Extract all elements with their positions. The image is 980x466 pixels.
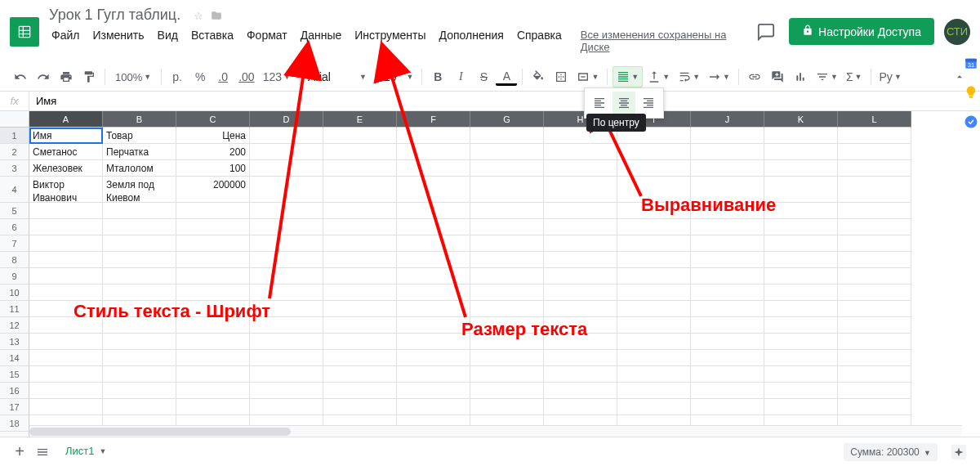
document-title[interactable]: Урок 1 Гугл таблиц. [46, 5, 184, 25]
cell-J8[interactable] [691, 252, 764, 268]
cell-A17[interactable] [29, 399, 103, 415]
cell-C15[interactable] [176, 366, 250, 383]
cell-J7[interactable] [691, 235, 764, 252]
vertical-align-button[interactable]: ▼ [644, 66, 673, 87]
cell-E16[interactable] [323, 383, 397, 399]
italic-button[interactable]: I [450, 66, 471, 87]
avatar[interactable]: СТИ [944, 19, 970, 45]
cell-I2[interactable] [617, 144, 691, 160]
font-size-select[interactable]: 10▼ [381, 66, 417, 87]
align-center-option[interactable] [612, 92, 635, 114]
cell-L17[interactable] [838, 399, 911, 415]
functions-button[interactable]: Σ▼ [843, 66, 866, 87]
cell-L15[interactable] [838, 366, 911, 383]
cell-D9[interactable] [250, 268, 323, 285]
cell-B1[interactable]: Товар [103, 128, 176, 144]
menu-file[interactable]: Файл [46, 25, 85, 56]
cell-A13[interactable] [29, 334, 103, 350]
cell-C1[interactable]: Цена [176, 128, 250, 144]
row-header-17[interactable]: 17 [0, 399, 29, 415]
sheets-logo[interactable] [10, 17, 39, 47]
cell-J12[interactable] [691, 317, 764, 334]
cell-D4[interactable] [250, 177, 323, 203]
cell-C13[interactable] [176, 334, 250, 350]
add-sheet-button[interactable]: + [8, 441, 31, 464]
cell-L5[interactable] [838, 203, 911, 219]
cell-F12[interactable] [397, 317, 470, 334]
cell-L14[interactable] [838, 350, 911, 366]
cell-I3[interactable] [617, 160, 691, 177]
keep-icon[interactable] [964, 85, 978, 100]
cell-B16[interactable] [103, 383, 176, 399]
cell-H14[interactable] [544, 350, 617, 366]
cell-L2[interactable] [838, 144, 911, 160]
column-header-L[interactable]: L [838, 111, 911, 128]
cell-B15[interactable] [103, 366, 176, 383]
select-all-corner[interactable] [0, 111, 29, 128]
column-header-K[interactable]: K [764, 111, 838, 128]
menu-addons[interactable]: Дополнения [434, 25, 510, 56]
cell-G8[interactable] [470, 252, 544, 268]
cell-C3[interactable]: 100 [176, 160, 250, 177]
cell-B5[interactable] [103, 203, 176, 219]
cell-K6[interactable] [764, 219, 838, 235]
cell-A4[interactable]: Виктор Иванович [29, 177, 103, 203]
horizontal-align-button[interactable]: ▼ [612, 66, 643, 87]
cell-F11[interactable] [397, 301, 470, 317]
input-language-button[interactable]: Ру▼ [876, 66, 905, 87]
cell-F6[interactable] [397, 219, 470, 235]
explore-button[interactable] [946, 439, 972, 465]
row-header-14[interactable]: 14 [0, 350, 29, 366]
cell-I10[interactable] [617, 285, 691, 301]
cell-I12[interactable] [617, 317, 691, 334]
row-header-16[interactable]: 16 [0, 383, 29, 399]
cell-J17[interactable] [691, 399, 764, 415]
cell-I8[interactable] [617, 252, 691, 268]
strikethrough-button[interactable]: S [473, 66, 494, 87]
menu-tools[interactable]: Инструменты [349, 25, 431, 56]
cell-B10[interactable] [103, 285, 176, 301]
cell-K13[interactable] [764, 334, 838, 350]
fill-color-button[interactable] [528, 66, 549, 87]
cell-A6[interactable] [29, 219, 103, 235]
cell-H4[interactable] [544, 177, 617, 203]
cell-F8[interactable] [397, 252, 470, 268]
font-select[interactable]: Arial▼ [305, 66, 370, 87]
cell-E7[interactable] [323, 235, 397, 252]
row-header-2[interactable]: 2 [0, 144, 29, 160]
cell-K8[interactable] [764, 252, 838, 268]
row-header-13[interactable]: 13 [0, 334, 29, 350]
insert-comment-button[interactable] [767, 66, 788, 87]
cell-G7[interactable] [470, 235, 544, 252]
cell-A15[interactable] [29, 366, 103, 383]
cell-K7[interactable] [764, 235, 838, 252]
cell-H9[interactable] [544, 268, 617, 285]
cell-A3[interactable]: Железовек [29, 160, 103, 177]
cell-E3[interactable] [323, 160, 397, 177]
cell-J13[interactable] [691, 334, 764, 350]
cell-F7[interactable] [397, 235, 470, 252]
cell-L7[interactable] [838, 235, 911, 252]
cell-B6[interactable] [103, 219, 176, 235]
paint-format-button[interactable] [78, 66, 100, 87]
cell-D13[interactable] [250, 334, 323, 350]
cell-A8[interactable] [29, 252, 103, 268]
insert-link-button[interactable] [744, 66, 765, 87]
cell-L3[interactable] [838, 160, 911, 177]
cell-B2[interactable]: Перчатка [103, 144, 176, 160]
cell-F5[interactable] [397, 203, 470, 219]
cell-L13[interactable] [838, 334, 911, 350]
cell-A5[interactable] [29, 203, 103, 219]
formula-input[interactable] [29, 95, 980, 107]
cell-F4[interactable] [397, 177, 470, 203]
row-header-6[interactable]: 6 [0, 219, 29, 235]
text-rotation-button[interactable]: ▼ [705, 66, 733, 87]
cell-K9[interactable] [764, 268, 838, 285]
currency-button[interactable]: р. [167, 66, 188, 87]
bold-button[interactable]: B [427, 66, 448, 87]
cell-H8[interactable] [544, 252, 617, 268]
sum-display[interactable]: Сумма: 200300 ▼ [844, 443, 938, 461]
row-header-5[interactable]: 5 [0, 203, 29, 219]
filter-button[interactable]: ▼ [813, 66, 841, 87]
column-header-C[interactable]: C [176, 111, 250, 128]
